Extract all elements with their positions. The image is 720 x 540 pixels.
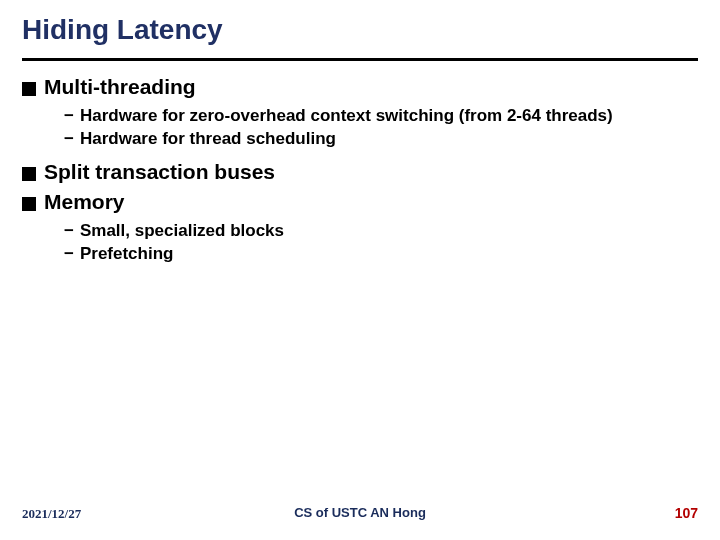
bullet-split-transaction: Split transaction buses [22, 160, 698, 184]
sub-bullet-text: Small, specialized blocks [80, 220, 284, 241]
sub-bullet: − Hardware for zero-overhead context swi… [64, 105, 698, 126]
square-bullet-icon [22, 167, 36, 181]
slide-content: Multi-threading − Hardware for zero-over… [22, 75, 698, 264]
bullet-label: Multi-threading [44, 75, 196, 99]
dash-icon: − [64, 128, 74, 149]
sub-bullet-text: Hardware for zero-overhead context switc… [80, 105, 613, 126]
sub-bullet: − Prefetching [64, 243, 698, 264]
dash-icon: − [64, 243, 74, 264]
slide-footer: 2021/12/27 CS of USTC AN Hong 107 [22, 505, 698, 522]
slide-title: Hiding Latency [22, 14, 698, 58]
dash-icon: − [64, 220, 74, 241]
bullet-label: Split transaction buses [44, 160, 275, 184]
footer-date: 2021/12/27 [22, 506, 81, 522]
title-rule [22, 58, 698, 61]
footer-center: CS of USTC AN Hong [294, 505, 426, 520]
sublist: − Hardware for zero-overhead context swi… [64, 105, 698, 150]
bullet-memory: Memory [22, 190, 698, 214]
sub-bullet-text: Prefetching [80, 243, 174, 264]
sub-bullet-text: Hardware for thread scheduling [80, 128, 336, 149]
slide: Hiding Latency Multi-threading − Hardwar… [0, 0, 720, 540]
sub-bullet: − Small, specialized blocks [64, 220, 698, 241]
footer-page-number: 107 [675, 505, 698, 521]
square-bullet-icon [22, 197, 36, 211]
sublist: − Small, specialized blocks − Prefetchin… [64, 220, 698, 265]
square-bullet-icon [22, 82, 36, 96]
bullet-multi-threading: Multi-threading [22, 75, 698, 99]
dash-icon: − [64, 105, 74, 126]
bullet-label: Memory [44, 190, 125, 214]
sub-bullet: − Hardware for thread scheduling [64, 128, 698, 149]
